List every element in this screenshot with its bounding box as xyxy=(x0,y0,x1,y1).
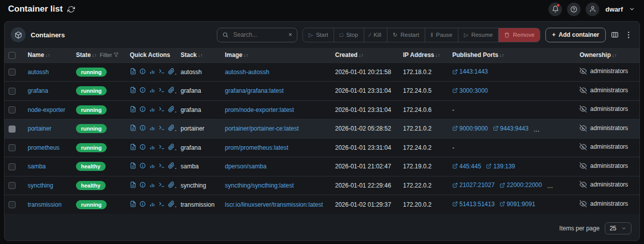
logs-icon[interactable] xyxy=(130,201,136,207)
select-all-checkbox[interactable] xyxy=(9,52,16,59)
inspect-icon[interactable] xyxy=(139,201,146,207)
stop-button[interactable]: □Stop xyxy=(334,28,363,42)
console-icon[interactable] xyxy=(158,181,165,188)
inspect-icon[interactable] xyxy=(139,68,146,75)
refresh-icon[interactable] xyxy=(67,6,75,13)
user-menu-chevron-icon[interactable] xyxy=(629,6,635,12)
stats-icon[interactable] xyxy=(149,201,155,207)
column-header-image[interactable]: Image↓↑ xyxy=(221,48,331,63)
logs-icon[interactable] xyxy=(130,162,136,169)
stats-icon[interactable] xyxy=(149,125,155,131)
user-avatar[interactable] xyxy=(586,3,599,16)
logs-icon[interactable] xyxy=(130,125,136,131)
console-icon[interactable] xyxy=(158,125,165,131)
attach-icon[interactable] xyxy=(168,68,175,75)
attach-icon[interactable] xyxy=(168,125,175,131)
stats-icon[interactable] xyxy=(149,144,155,150)
console-icon[interactable] xyxy=(158,87,165,93)
row-checkbox[interactable] xyxy=(9,126,16,133)
inspect-icon[interactable] xyxy=(139,144,146,150)
inspect-icon[interactable] xyxy=(139,87,146,93)
console-icon[interactable] xyxy=(158,144,165,150)
image-link[interactable]: autossh-autossh xyxy=(225,69,269,76)
container-name-link[interactable]: syncthing xyxy=(28,182,53,189)
container-name-link[interactable]: node-exporter xyxy=(28,106,65,113)
remove-button[interactable]: Remove xyxy=(498,28,540,42)
attach-icon[interactable] xyxy=(168,106,175,112)
attach-icon[interactable] xyxy=(168,181,175,188)
items-per-page-select[interactable]: 25 xyxy=(605,222,631,234)
published-port-link[interactable]: 22000:22000 xyxy=(500,181,542,189)
stats-icon[interactable] xyxy=(149,87,155,93)
row-checkbox[interactable] xyxy=(9,163,16,170)
inspect-icon[interactable] xyxy=(139,162,146,169)
image-link[interactable]: syncthing/syncthing:latest xyxy=(225,182,294,189)
logs-icon[interactable] xyxy=(130,181,136,188)
container-name-link[interactable]: prometheus xyxy=(28,144,59,151)
container-name-link[interactable]: samba xyxy=(28,163,46,170)
column-header-created[interactable]: Created↓↑ xyxy=(331,48,399,63)
published-port-link[interactable]: 3000:3000 xyxy=(452,87,488,94)
logs-icon[interactable] xyxy=(130,106,136,112)
inspect-icon[interactable] xyxy=(139,106,146,112)
attach-icon[interactable] xyxy=(168,162,175,169)
published-port-link[interactable]: 445:445 xyxy=(452,163,481,170)
column-header-ownership[interactable]: Ownership↓↑ xyxy=(576,48,639,63)
attach-icon[interactable] xyxy=(168,144,175,150)
container-name-link[interactable]: autossh xyxy=(28,69,49,76)
container-name-link[interactable]: grafana xyxy=(28,87,48,94)
stats-icon[interactable] xyxy=(149,68,155,75)
stats-icon[interactable] xyxy=(149,106,155,112)
logs-icon[interactable] xyxy=(130,87,136,93)
image-link[interactable]: dperson/samba xyxy=(225,163,267,170)
inspect-icon[interactable] xyxy=(139,125,146,131)
column-header-name[interactable]: Name↓↑ xyxy=(24,48,72,63)
stats-icon[interactable] xyxy=(149,181,155,188)
row-checkbox[interactable] xyxy=(9,182,16,189)
attach-icon[interactable] xyxy=(168,201,175,207)
image-link[interactable]: grafana/grafana:latest xyxy=(225,87,284,94)
row-checkbox[interactable] xyxy=(9,201,16,208)
pause-button[interactable]: ‖Pause xyxy=(425,28,458,42)
add-container-button[interactable]: + Add container xyxy=(545,28,606,42)
row-checkbox[interactable] xyxy=(9,69,16,76)
columns-settings-icon[interactable] xyxy=(611,31,619,39)
container-name-link[interactable]: transmission xyxy=(28,201,61,208)
search-input[interactable] xyxy=(232,31,285,39)
image-link[interactable]: prom/node-exporter:latest xyxy=(225,106,294,113)
console-icon[interactable] xyxy=(158,68,165,75)
console-icon[interactable] xyxy=(158,106,165,112)
image-link[interactable]: prom/prometheus:latest xyxy=(225,144,288,151)
state-filter[interactable]: Filter xyxy=(100,52,118,58)
restart-button[interactable]: ↻Restart xyxy=(387,28,425,42)
column-header-stack[interactable]: Stack↓↑ xyxy=(177,48,221,63)
column-header-ports[interactable]: Published Ports↓↑ xyxy=(448,48,576,63)
row-checkbox[interactable] xyxy=(9,144,16,151)
notifications-button[interactable] xyxy=(548,3,562,16)
console-icon[interactable] xyxy=(158,162,165,169)
kebab-menu-icon[interactable]: ⋮ xyxy=(624,30,633,39)
clear-search-icon[interactable]: × xyxy=(288,31,292,38)
published-port-link[interactable]: 9443:9443 xyxy=(493,125,529,132)
published-port-link[interactable]: 51413:51413 xyxy=(452,201,495,208)
start-button[interactable]: ▷Start xyxy=(303,28,334,42)
column-header-state[interactable]: State↓↑Filter xyxy=(72,48,126,63)
published-port-link[interactable]: 139:139 xyxy=(486,163,515,170)
row-checkbox[interactable] xyxy=(9,88,16,95)
published-port-link[interactable]: 9000:9000 xyxy=(452,125,488,132)
stats-icon[interactable] xyxy=(149,162,155,169)
kill-button[interactable]: ∕Kill xyxy=(364,28,387,42)
image-link[interactable]: lscr.io/linuxserver/transmission:latest xyxy=(225,201,323,208)
row-checkbox[interactable] xyxy=(9,106,16,113)
inspect-icon[interactable] xyxy=(139,181,146,188)
image-link[interactable]: portainer/portainer-ce:latest xyxy=(225,125,299,132)
attach-icon[interactable] xyxy=(168,87,175,93)
resume-button[interactable]: ▷Resume xyxy=(458,28,498,42)
published-port-link[interactable]: 9091:9091 xyxy=(500,201,535,208)
published-port-link[interactable]: 1443:1443 xyxy=(452,68,488,75)
console-icon[interactable] xyxy=(158,201,165,207)
column-header-ip[interactable]: IP Address↓↑ xyxy=(399,48,448,63)
logs-icon[interactable] xyxy=(130,68,136,75)
logs-icon[interactable] xyxy=(130,144,136,150)
container-name-link[interactable]: portainer xyxy=(28,125,51,132)
